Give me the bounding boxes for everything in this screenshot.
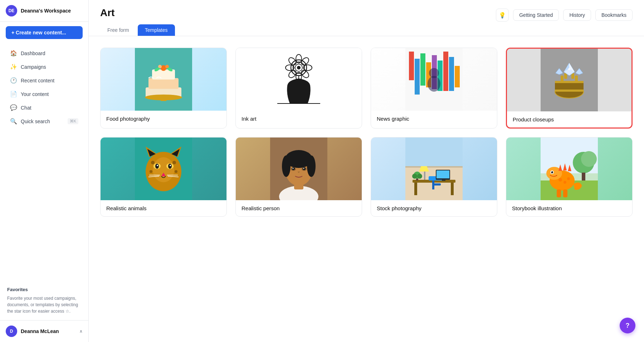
svg-point-64 [157,165,158,166]
sidebar-item-label: Recent content [21,78,54,83]
svg-point-59 [153,157,174,182]
svg-point-63 [168,164,172,169]
card-ink-art[interactable]: Ink art [235,48,362,129]
card-image-animals [101,138,226,200]
recent-content-icon: 🕐 [10,77,17,84]
svg-rect-42 [555,90,584,92]
sidebar-item-chat[interactable]: 💬 Chat [3,101,86,114]
card-label-food: Food photography [101,111,226,127]
svg-rect-43 [561,76,564,83]
card-food-photography[interactable]: Food photography [100,48,227,129]
svg-point-104 [417,174,422,179]
nav-list: 🏠 Dashboard ✨ Campaigns 🕐 Recent content… [0,43,88,281]
svg-rect-97 [434,183,441,186]
svg-rect-100 [442,180,445,181]
svg-point-103 [412,174,417,179]
card-label-product: Product closeups [507,111,631,127]
sidebar-item-label: Campaigns [21,64,46,70]
sidebar-item-dashboard[interactable]: 🏠 Dashboard [3,47,86,60]
main-content: Art Free form Templates 💡 Getting Starte… [89,0,644,342]
sidebar-item-label: Chat [21,105,31,111]
card-label-person: Realistic person [236,200,362,216]
bookmarks-button[interactable]: Bookmarks [595,9,633,21]
card-stock-photography[interactable]: Stock photography [371,137,497,217]
card-image-stock [371,138,497,200]
history-button[interactable]: History [563,9,591,21]
cards-grid-row1: Food photography [100,48,633,129]
card-label-animals: Realistic animals [101,200,226,216]
cards-grid-row2: Realistic animals [100,137,633,217]
svg-rect-28 [415,59,420,95]
svg-rect-34 [449,57,454,91]
svg-rect-124 [557,189,561,197]
svg-rect-5 [161,97,166,101]
card-product-closeups[interactable]: Product closeups [506,48,633,129]
help-button[interactable]: ? [620,318,635,333]
main-header: Art Free form Templates 💡 Getting Starte… [89,0,644,36]
sidebar-item-quick-search[interactable]: 🔍 Quick search ⌘K [3,115,86,128]
search-icon: 🔍 [10,118,17,125]
card-label-storybook: Storybook illustration [506,200,632,216]
card-storybook-illustration[interactable]: Storybook illustration [506,137,633,217]
svg-point-62 [155,164,159,169]
svg-rect-125 [563,189,567,197]
sidebar-item-label: Dashboard [21,50,45,56]
lightbulb-button[interactable]: 💡 [496,9,509,21]
user-footer[interactable]: D Deanna McLean ∧ [0,320,88,342]
favorites-section: Favorites Favorite your most used campai… [0,281,88,320]
getting-started-button[interactable]: Getting Started [513,9,559,21]
card-realistic-animals[interactable]: Realistic animals [100,137,227,217]
svg-point-119 [551,171,553,173]
card-image-storybook [506,138,632,200]
workspace-name: Deanna's Workspace [21,8,71,14]
svg-rect-99 [436,170,449,178]
header-left: Art Free form Templates [100,7,496,36]
user-avatar: D [6,326,17,337]
dashboard-icon: 🏠 [10,50,17,57]
card-image-product [507,49,631,111]
svg-point-121 [558,178,562,182]
card-image-ink [236,48,362,111]
create-new-content-button[interactable]: + Create new content... [6,26,83,39]
svg-point-120 [551,172,552,172]
svg-rect-94 [451,183,454,195]
sidebar-item-recent-content[interactable]: 🕐 Recent content [3,74,86,87]
sidebar-item-your-content[interactable]: 📄 Your content [3,87,86,101]
svg-point-69 [150,170,152,173]
card-label-news: News graphic [371,111,497,127]
workspace-avatar: DE [6,5,17,16]
svg-point-110 [581,151,597,167]
svg-point-87 [293,168,294,169]
svg-point-70 [175,170,177,173]
shortcut-badge: ⌘K [68,118,78,124]
card-image-person [236,138,362,200]
card-news-graphic[interactable]: News graphic [371,48,497,129]
tab-free-form[interactable]: Free form [100,24,136,36]
page-title: Art [100,7,496,19]
svg-point-123 [567,177,570,180]
card-label-ink: Ink art [236,111,362,127]
svg-point-81 [282,155,291,177]
svg-rect-2 [148,78,179,89]
svg-point-88 [303,168,304,169]
tab-templates[interactable]: Templates [138,24,175,36]
workspace-header[interactable]: DE Deanna's Workspace [0,0,88,22]
header-right: 💡 Getting Started History Bookmarks [496,7,633,21]
sidebar-item-campaigns[interactable]: ✨ Campaigns [3,60,86,73]
card-realistic-person[interactable]: Realistic person [235,137,362,217]
svg-rect-93 [414,183,417,195]
sidebar-item-label: Quick search [21,119,50,124]
svg-point-36 [428,76,440,92]
svg-rect-33 [443,52,448,91]
favorites-text: Favorite your most used campaigns, docum… [7,295,81,314]
svg-point-122 [564,181,566,184]
svg-rect-41 [555,81,584,83]
favorites-title: Favorites [7,287,81,292]
svg-point-15 [297,66,301,69]
campaigns-icon: ✨ [10,63,17,70]
svg-point-37 [429,68,439,78]
svg-point-82 [307,155,316,177]
sidebar: DE Deanna's Workspace + Create new conte… [0,0,89,342]
svg-rect-38 [541,49,598,111]
sidebar-item-label: Your content [21,91,49,97]
